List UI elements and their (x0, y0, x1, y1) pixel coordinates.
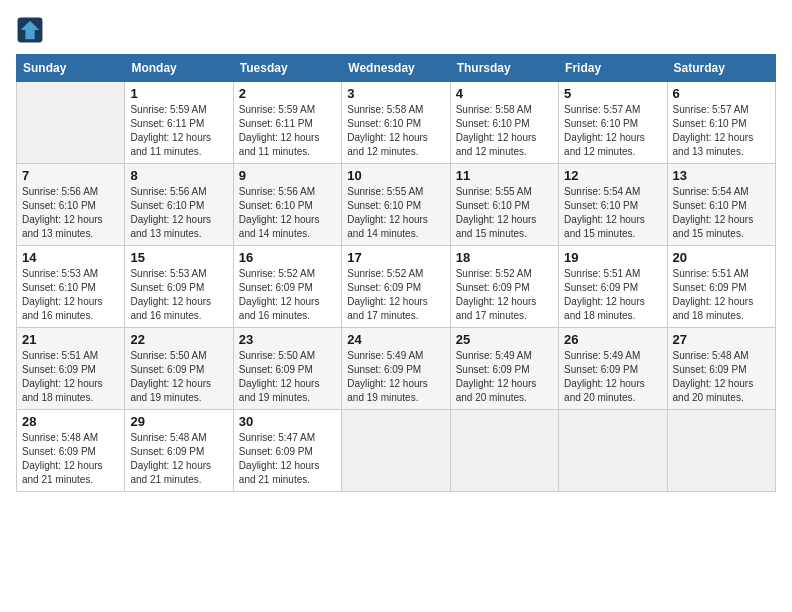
day-info: Sunrise: 5:55 AMSunset: 6:10 PMDaylight:… (347, 185, 444, 241)
day-number: 25 (456, 332, 553, 347)
calendar-cell: 11Sunrise: 5:55 AMSunset: 6:10 PMDayligh… (450, 164, 558, 246)
calendar-cell: 19Sunrise: 5:51 AMSunset: 6:09 PMDayligh… (559, 246, 667, 328)
calendar-cell: 13Sunrise: 5:54 AMSunset: 6:10 PMDayligh… (667, 164, 775, 246)
day-number: 30 (239, 414, 336, 429)
day-number: 19 (564, 250, 661, 265)
calendar-header: SundayMondayTuesdayWednesdayThursdayFrid… (17, 55, 776, 82)
day-number: 8 (130, 168, 227, 183)
day-number: 14 (22, 250, 119, 265)
day-info: Sunrise: 5:48 AMSunset: 6:09 PMDaylight:… (673, 349, 770, 405)
day-number: 29 (130, 414, 227, 429)
day-info: Sunrise: 5:51 AMSunset: 6:09 PMDaylight:… (564, 267, 661, 323)
calendar-cell: 6Sunrise: 5:57 AMSunset: 6:10 PMDaylight… (667, 82, 775, 164)
calendar-week-row: 1Sunrise: 5:59 AMSunset: 6:11 PMDaylight… (17, 82, 776, 164)
day-info: Sunrise: 5:58 AMSunset: 6:10 PMDaylight:… (456, 103, 553, 159)
calendar-cell: 29Sunrise: 5:48 AMSunset: 6:09 PMDayligh… (125, 410, 233, 492)
calendar-cell (342, 410, 450, 492)
day-number: 22 (130, 332, 227, 347)
day-number: 21 (22, 332, 119, 347)
day-info: Sunrise: 5:55 AMSunset: 6:10 PMDaylight:… (456, 185, 553, 241)
day-number: 1 (130, 86, 227, 101)
day-number: 7 (22, 168, 119, 183)
day-number: 4 (456, 86, 553, 101)
calendar-cell: 10Sunrise: 5:55 AMSunset: 6:10 PMDayligh… (342, 164, 450, 246)
calendar-cell (667, 410, 775, 492)
day-info: Sunrise: 5:53 AMSunset: 6:09 PMDaylight:… (130, 267, 227, 323)
calendar-cell: 9Sunrise: 5:56 AMSunset: 6:10 PMDaylight… (233, 164, 341, 246)
calendar-week-row: 28Sunrise: 5:48 AMSunset: 6:09 PMDayligh… (17, 410, 776, 492)
calendar-week-row: 21Sunrise: 5:51 AMSunset: 6:09 PMDayligh… (17, 328, 776, 410)
calendar-cell: 22Sunrise: 5:50 AMSunset: 6:09 PMDayligh… (125, 328, 233, 410)
weekday-row: SundayMondayTuesdayWednesdayThursdayFrid… (17, 55, 776, 82)
day-number: 20 (673, 250, 770, 265)
day-info: Sunrise: 5:56 AMSunset: 6:10 PMDaylight:… (239, 185, 336, 241)
day-number: 6 (673, 86, 770, 101)
day-info: Sunrise: 5:57 AMSunset: 6:10 PMDaylight:… (564, 103, 661, 159)
day-info: Sunrise: 5:50 AMSunset: 6:09 PMDaylight:… (239, 349, 336, 405)
calendar-cell: 12Sunrise: 5:54 AMSunset: 6:10 PMDayligh… (559, 164, 667, 246)
day-info: Sunrise: 5:52 AMSunset: 6:09 PMDaylight:… (347, 267, 444, 323)
day-info: Sunrise: 5:49 AMSunset: 6:09 PMDaylight:… (564, 349, 661, 405)
weekday-header: Saturday (667, 55, 775, 82)
day-info: Sunrise: 5:54 AMSunset: 6:10 PMDaylight:… (564, 185, 661, 241)
calendar-cell: 30Sunrise: 5:47 AMSunset: 6:09 PMDayligh… (233, 410, 341, 492)
day-info: Sunrise: 5:48 AMSunset: 6:09 PMDaylight:… (130, 431, 227, 487)
day-info: Sunrise: 5:54 AMSunset: 6:10 PMDaylight:… (673, 185, 770, 241)
weekday-header: Wednesday (342, 55, 450, 82)
day-number: 12 (564, 168, 661, 183)
day-number: 15 (130, 250, 227, 265)
calendar-cell: 25Sunrise: 5:49 AMSunset: 6:09 PMDayligh… (450, 328, 558, 410)
calendar-cell: 23Sunrise: 5:50 AMSunset: 6:09 PMDayligh… (233, 328, 341, 410)
calendar-cell (450, 410, 558, 492)
calendar-cell: 7Sunrise: 5:56 AMSunset: 6:10 PMDaylight… (17, 164, 125, 246)
calendar-cell: 24Sunrise: 5:49 AMSunset: 6:09 PMDayligh… (342, 328, 450, 410)
day-info: Sunrise: 5:56 AMSunset: 6:10 PMDaylight:… (22, 185, 119, 241)
day-number: 24 (347, 332, 444, 347)
calendar-week-row: 7Sunrise: 5:56 AMSunset: 6:10 PMDaylight… (17, 164, 776, 246)
day-number: 28 (22, 414, 119, 429)
day-info: Sunrise: 5:59 AMSunset: 6:11 PMDaylight:… (239, 103, 336, 159)
day-number: 27 (673, 332, 770, 347)
calendar-cell: 21Sunrise: 5:51 AMSunset: 6:09 PMDayligh… (17, 328, 125, 410)
calendar-cell: 27Sunrise: 5:48 AMSunset: 6:09 PMDayligh… (667, 328, 775, 410)
day-number: 3 (347, 86, 444, 101)
day-number: 16 (239, 250, 336, 265)
day-info: Sunrise: 5:50 AMSunset: 6:09 PMDaylight:… (130, 349, 227, 405)
calendar-body: 1Sunrise: 5:59 AMSunset: 6:11 PMDaylight… (17, 82, 776, 492)
day-info: Sunrise: 5:51 AMSunset: 6:09 PMDaylight:… (22, 349, 119, 405)
calendar-cell (559, 410, 667, 492)
day-number: 13 (673, 168, 770, 183)
calendar-cell: 16Sunrise: 5:52 AMSunset: 6:09 PMDayligh… (233, 246, 341, 328)
calendar-cell: 20Sunrise: 5:51 AMSunset: 6:09 PMDayligh… (667, 246, 775, 328)
calendar-cell: 17Sunrise: 5:52 AMSunset: 6:09 PMDayligh… (342, 246, 450, 328)
day-number: 18 (456, 250, 553, 265)
calendar-week-row: 14Sunrise: 5:53 AMSunset: 6:10 PMDayligh… (17, 246, 776, 328)
day-info: Sunrise: 5:49 AMSunset: 6:09 PMDaylight:… (347, 349, 444, 405)
weekday-header: Friday (559, 55, 667, 82)
calendar-cell: 1Sunrise: 5:59 AMSunset: 6:11 PMDaylight… (125, 82, 233, 164)
day-info: Sunrise: 5:53 AMSunset: 6:10 PMDaylight:… (22, 267, 119, 323)
day-info: Sunrise: 5:57 AMSunset: 6:10 PMDaylight:… (673, 103, 770, 159)
day-info: Sunrise: 5:56 AMSunset: 6:10 PMDaylight:… (130, 185, 227, 241)
calendar-cell: 3Sunrise: 5:58 AMSunset: 6:10 PMDaylight… (342, 82, 450, 164)
calendar-cell: 5Sunrise: 5:57 AMSunset: 6:10 PMDaylight… (559, 82, 667, 164)
logo-icon (16, 16, 44, 44)
day-info: Sunrise: 5:47 AMSunset: 6:09 PMDaylight:… (239, 431, 336, 487)
calendar-cell: 8Sunrise: 5:56 AMSunset: 6:10 PMDaylight… (125, 164, 233, 246)
day-info: Sunrise: 5:52 AMSunset: 6:09 PMDaylight:… (456, 267, 553, 323)
day-number: 26 (564, 332, 661, 347)
day-number: 2 (239, 86, 336, 101)
day-info: Sunrise: 5:51 AMSunset: 6:09 PMDaylight:… (673, 267, 770, 323)
weekday-header: Monday (125, 55, 233, 82)
weekday-header: Tuesday (233, 55, 341, 82)
calendar-cell: 4Sunrise: 5:58 AMSunset: 6:10 PMDaylight… (450, 82, 558, 164)
day-info: Sunrise: 5:49 AMSunset: 6:09 PMDaylight:… (456, 349, 553, 405)
page-header (16, 16, 776, 44)
weekday-header: Sunday (17, 55, 125, 82)
day-number: 10 (347, 168, 444, 183)
day-info: Sunrise: 5:48 AMSunset: 6:09 PMDaylight:… (22, 431, 119, 487)
calendar-cell: 18Sunrise: 5:52 AMSunset: 6:09 PMDayligh… (450, 246, 558, 328)
logo (16, 16, 48, 44)
day-number: 11 (456, 168, 553, 183)
weekday-header: Thursday (450, 55, 558, 82)
